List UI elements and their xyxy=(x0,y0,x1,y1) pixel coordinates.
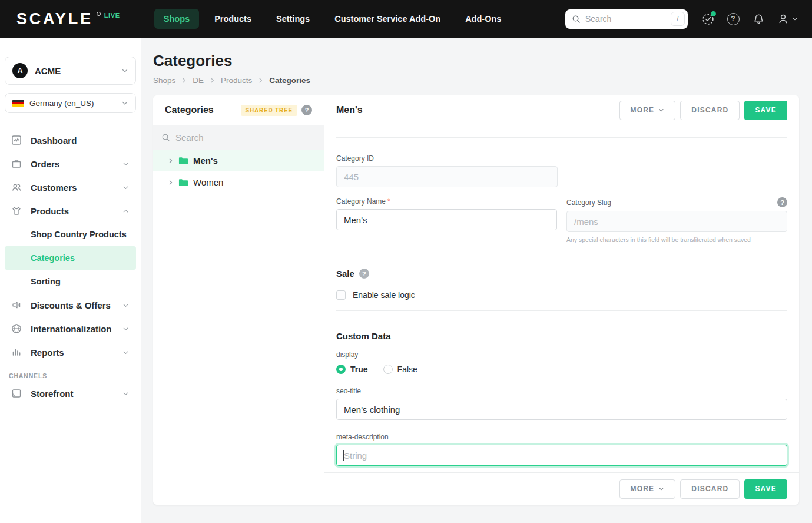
customers-icon xyxy=(11,181,22,193)
sidebar-item-dashboard[interactable]: Dashboard xyxy=(5,128,136,152)
chevron-down-icon xyxy=(121,100,128,107)
nav-customer-service-add-on[interactable]: Customer Service Add-On xyxy=(325,9,450,29)
sidebar-item-categories[interactable]: Categories xyxy=(5,246,136,270)
sidebar-item-customers[interactable]: Customers xyxy=(5,176,136,199)
discard-button[interactable]: DISCARD xyxy=(680,101,740,120)
top-navigation: Shops Products Settings Customer Service… xyxy=(154,9,511,29)
category-name-field[interactable] xyxy=(336,209,557,230)
breadcrumb-products[interactable]: Products xyxy=(221,76,252,85)
seo-title-field[interactable] xyxy=(336,399,787,420)
account-menu[interactable] xyxy=(777,12,798,25)
topbar: SCAYLE LIVE Shops Products Settings Cust… xyxy=(0,0,812,38)
chevron-right-icon[interactable] xyxy=(168,180,174,186)
tree-search-input[interactable] xyxy=(175,133,316,143)
locale-selector[interactable]: Germany (en_US) xyxy=(5,93,136,113)
nav-shops[interactable]: Shops xyxy=(154,9,199,29)
folder-icon xyxy=(178,178,188,187)
nav-products[interactable]: Products xyxy=(205,9,261,29)
custom-data-section-title: Custom Data xyxy=(336,331,787,341)
tree-search[interactable] xyxy=(153,125,324,150)
sale-section-title: Sale ? xyxy=(336,269,787,279)
shared-tree-badge: SHARED TREE xyxy=(241,105,297,116)
storefront-screen-icon xyxy=(11,388,22,399)
sidebar-item-internationalization[interactable]: Internationalization xyxy=(5,317,136,340)
chevron-right-icon[interactable] xyxy=(168,158,174,164)
save-button[interactable]: SAVE xyxy=(744,101,787,120)
detail-form: Category ID Category Name * Category Slu… xyxy=(324,125,799,472)
category-id-field xyxy=(336,166,558,187)
chevron-down-icon xyxy=(122,161,129,167)
sidebar-item-orders[interactable]: Orders xyxy=(5,152,136,176)
breadcrumb-shops[interactable]: Shops xyxy=(153,76,175,85)
tree-item-women[interactable]: Women xyxy=(153,171,324,193)
divider xyxy=(336,137,787,138)
category-detail-panel: Men's MORE DISCARD SAVE Category ID xyxy=(324,95,799,505)
tree-header: Categories SHARED TREE ? xyxy=(153,95,324,125)
org-avatar: A xyxy=(12,63,28,78)
help-icon[interactable]: ? xyxy=(726,12,740,26)
user-icon xyxy=(777,12,790,25)
radio-selected[interactable] xyxy=(336,365,346,374)
orders-box-icon xyxy=(11,158,22,170)
breadcrumb-de[interactable]: DE xyxy=(193,76,204,85)
slug-help-icon[interactable]: ? xyxy=(777,197,787,207)
slug-helper-text: Any special characters in this field wil… xyxy=(566,236,787,243)
save-button-footer[interactable]: SAVE xyxy=(744,479,787,499)
search-icon xyxy=(572,15,581,24)
category-slug-field xyxy=(566,211,787,232)
notifications-bell-icon[interactable] xyxy=(751,12,765,26)
scayle-logo[interactable]: SCAYLE LIVE xyxy=(16,11,120,27)
category-tree-panel: Categories SHARED TREE ? Men's Women xyxy=(153,95,324,505)
tshirt-icon xyxy=(11,205,22,217)
sale-help-icon[interactable]: ? xyxy=(359,269,369,279)
sidebar-item-discounts-offers[interactable]: Discounts & Offers xyxy=(5,293,136,317)
chevron-down-icon xyxy=(792,16,798,22)
chevron-up-icon xyxy=(122,208,129,214)
chevron-down-icon xyxy=(658,486,664,492)
chevron-down-icon xyxy=(122,390,129,397)
more-button-footer[interactable]: MORE xyxy=(619,479,676,499)
radio-unselected[interactable] xyxy=(383,365,393,374)
breadcrumb: Shops DE Products Categories xyxy=(153,76,812,85)
global-search-input[interactable] xyxy=(585,14,666,24)
chevron-down-icon xyxy=(122,302,129,309)
sidebar-item-storefront[interactable]: Storefront xyxy=(5,382,136,405)
checkbox-label: Enable sale logic xyxy=(353,290,415,300)
germany-flag-icon xyxy=(12,100,24,107)
nav-settings[interactable]: Settings xyxy=(267,9,319,29)
global-search[interactable]: / xyxy=(565,9,688,29)
org-selector[interactable]: A ACME xyxy=(5,57,136,85)
megaphone-icon xyxy=(11,299,22,311)
radio-option-false[interactable]: False xyxy=(383,365,417,374)
category-id-label: Category ID xyxy=(336,154,787,163)
more-button[interactable]: MORE xyxy=(619,101,676,120)
tree-help-icon[interactable]: ? xyxy=(301,105,312,115)
logo-degree-icon xyxy=(97,12,101,16)
enable-sale-logic-checkbox-row[interactable]: Enable sale logic xyxy=(336,290,787,300)
divider xyxy=(336,310,787,311)
sidebar-item-sorting[interactable]: Sorting xyxy=(5,270,136,293)
nav-add-ons[interactable]: Add-Ons xyxy=(456,9,511,29)
sidebar: A ACME Germany (en_US) Dashboard Orders … xyxy=(0,38,141,523)
logo-wordmark: SCAYLE xyxy=(16,11,93,27)
sidebar-item-products[interactable]: Products xyxy=(5,199,136,223)
tree-item-mens[interactable]: Men's xyxy=(153,150,324,171)
chevron-right-icon xyxy=(209,77,216,84)
sidebar-item-shop-country-products[interactable]: Shop Country Products xyxy=(5,223,136,246)
chevron-down-icon xyxy=(658,107,664,113)
topbar-icons: ? xyxy=(701,12,798,26)
chevron-down-icon xyxy=(122,184,129,191)
tree-title: Categories xyxy=(165,105,214,115)
meta-description-field[interactable] xyxy=(336,445,787,466)
org-name: ACME xyxy=(35,66,114,76)
checkbox-unchecked[interactable] xyxy=(336,290,346,300)
page-title: Categories xyxy=(153,52,812,70)
header-actions: MORE DISCARD SAVE xyxy=(619,101,787,120)
seo-title-label: seo-title xyxy=(336,387,787,395)
system-status-icon[interactable] xyxy=(701,12,715,26)
discard-button-footer[interactable]: DISCARD xyxy=(680,479,740,499)
sidebar-item-reports[interactable]: Reports xyxy=(5,340,136,364)
category-name-label: Category Name * xyxy=(336,197,557,206)
radio-option-true[interactable]: True xyxy=(336,365,368,374)
search-shortcut-key: / xyxy=(671,12,685,26)
